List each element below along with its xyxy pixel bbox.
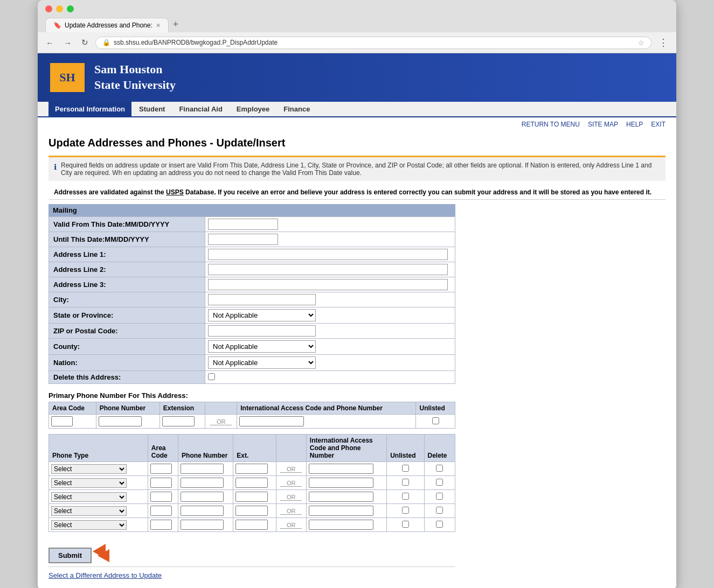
type1-ext-input[interactable] — [235, 464, 268, 474]
nav-employee[interactable]: Employee — [230, 102, 276, 116]
type5-number-input[interactable] — [181, 520, 224, 530]
close-button[interactable] — [45, 5, 52, 12]
th-extension: Extension — [160, 402, 205, 415]
submit-button[interactable]: Submit — [48, 548, 92, 563]
primary-area-code-input[interactable] — [51, 416, 73, 426]
return-to-menu-link[interactable]: RETURN TO MENU — [522, 121, 580, 128]
forward-button[interactable]: → — [61, 37, 74, 48]
type3-unlisted-checkbox[interactable] — [402, 493, 409, 500]
nav-personal-information[interactable]: Personal Information — [48, 102, 131, 116]
lock-icon: 🔒 — [102, 39, 110, 46]
help-link[interactable]: HELP — [626, 121, 643, 128]
zip-input[interactable] — [208, 325, 316, 337]
type5-area-input[interactable] — [150, 520, 172, 530]
type2-unlisted-checkbox[interactable] — [402, 479, 409, 486]
tab-favicon: 🔖 — [53, 22, 61, 29]
th-phone-number: Phone Number — [96, 402, 160, 415]
phone-primary-label: Primary Phone Number For This Address: — [48, 389, 455, 402]
addr2-input[interactable] — [208, 264, 448, 275]
state-label: State or Province: — [49, 307, 205, 324]
primary-intl-input[interactable] — [239, 416, 304, 426]
type1-number-input[interactable] — [181, 464, 224, 474]
primary-extension-input[interactable] — [162, 416, 195, 426]
type4-area-input[interactable] — [150, 506, 172, 516]
addr2-label: Address Line 2: — [49, 262, 205, 277]
page-title: Update Addresses and Phones - Update/Ins… — [48, 137, 666, 149]
delete-checkbox[interactable] — [208, 373, 215, 380]
phone-type-select-2[interactable]: SelectCellHomeWorkFax — [51, 478, 127, 488]
page-body: Update Addresses and Phones - Update/Ins… — [38, 131, 676, 588]
nav-student[interactable]: Student — [133, 102, 171, 116]
addr3-label: Address Line 3: — [49, 277, 205, 292]
until-date-input[interactable] — [208, 234, 278, 245]
new-tab-button[interactable]: + — [169, 17, 183, 32]
notice-text: Required fields on address update or ins… — [61, 162, 660, 177]
type5-delete-checkbox[interactable] — [436, 521, 443, 528]
select-different-address-link[interactable]: Select a Different Address to Update — [48, 571, 666, 579]
th-type-phone-number: Phone Number — [178, 435, 233, 462]
type3-intl-input[interactable] — [309, 492, 373, 502]
phone-type-row: SelectCellHomeWorkFax OR — [49, 462, 455, 476]
type4-intl-input[interactable] — [309, 506, 373, 516]
type3-delete-checkbox[interactable] — [436, 493, 443, 500]
exit-link[interactable]: EXIT — [651, 121, 666, 128]
phone-type-select-5[interactable]: SelectCellHomeWorkFax — [51, 520, 127, 530]
maximize-button[interactable] — [67, 5, 74, 12]
type5-ext-input[interactable] — [235, 520, 268, 530]
browser-menu-button[interactable]: ⋮ — [656, 36, 671, 50]
type4-delete-checkbox[interactable] — [436, 507, 443, 514]
th-intl-access: International Access Code and Phone Numb… — [237, 402, 416, 415]
browser-tab[interactable]: 🔖 Update Addresses and Phone: ✕ — [45, 18, 169, 32]
type2-intl-input[interactable] — [309, 478, 373, 488]
type3-ext-input[interactable] — [235, 492, 268, 502]
addr3-input[interactable] — [208, 279, 448, 290]
back-button[interactable]: ← — [43, 37, 57, 48]
type1-area-input[interactable] — [150, 464, 172, 474]
type2-ext-input[interactable] — [235, 478, 268, 488]
type5-intl-input[interactable] — [309, 520, 373, 530]
phone-type-row: SelectCellHomeWorkFax OR — [49, 518, 455, 532]
city-row: City: — [49, 292, 455, 307]
type4-number-input[interactable] — [181, 506, 224, 516]
county-select[interactable]: Not Applicable — [208, 340, 316, 353]
phone-primary-row: OR — [49, 415, 455, 429]
th-or — [205, 402, 237, 415]
nav-financial-aid[interactable]: Financial Aid — [172, 102, 228, 116]
site-map-link[interactable]: SITE MAP — [588, 121, 618, 128]
nav-finance[interactable]: Finance — [277, 102, 316, 116]
addr1-row: Address Line 1: — [49, 247, 455, 262]
bookmark-icon[interactable]: ☆ — [638, 39, 644, 47]
phone-type-row: SelectCellHomeWorkFax OR — [49, 504, 455, 518]
type5-unlisted-checkbox[interactable] — [402, 521, 409, 528]
type4-ext-input[interactable] — [235, 506, 268, 516]
type3-area-input[interactable] — [150, 492, 172, 502]
phone-primary-table: Area Code Phone Number Extension Interna… — [48, 402, 455, 429]
type1-unlisted-checkbox[interactable] — [402, 465, 409, 472]
primary-phone-number-input[interactable] — [99, 416, 142, 426]
info-icon: ℹ — [54, 163, 57, 177]
type1-delete-checkbox[interactable] — [436, 465, 443, 472]
refresh-button[interactable]: ↻ — [79, 37, 91, 48]
addr1-input[interactable] — [208, 249, 448, 260]
state-select[interactable]: Not Applicable — [208, 309, 316, 321]
type2-delete-checkbox[interactable] — [436, 479, 443, 486]
th-phone-type: Phone Type — [49, 435, 148, 462]
phone-type-select-4[interactable]: SelectCellHomeWorkFax — [51, 506, 127, 516]
type2-area-input[interactable] — [150, 478, 172, 488]
minimize-button[interactable] — [56, 5, 63, 12]
phone-type-select-1[interactable]: SelectCellHomeWorkFax — [51, 464, 127, 474]
type3-number-input[interactable] — [181, 492, 224, 502]
primary-unlisted-checkbox[interactable] — [432, 417, 439, 424]
type1-intl-input[interactable] — [309, 464, 373, 474]
city-input[interactable] — [208, 294, 316, 305]
phone-type-select-3[interactable]: SelectCellHomeWorkFax — [51, 492, 127, 502]
type4-unlisted-checkbox[interactable] — [402, 507, 409, 514]
address-bar[interactable]: 🔒 ssb.shsu.edu/BANPROD8/bwgkogad.P_DispA… — [95, 37, 651, 49]
valid-from-input[interactable] — [208, 219, 278, 230]
th-type-unlisted: Unlisted — [387, 435, 424, 462]
nation-select[interactable]: Not Applicable — [208, 356, 316, 369]
type2-number-input[interactable] — [181, 478, 224, 488]
tab-close-button[interactable]: ✕ — [156, 22, 161, 29]
nation-label: Nation: — [49, 355, 205, 371]
or-separator-5: OR — [280, 522, 302, 529]
